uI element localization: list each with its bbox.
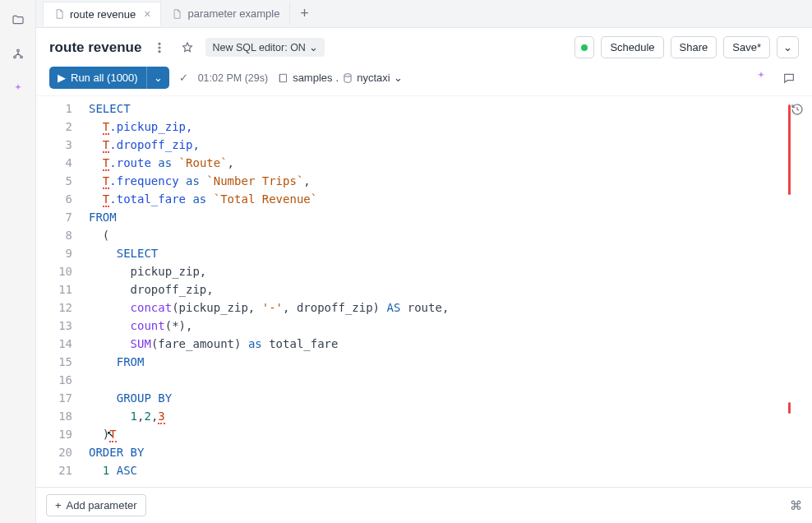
main-panel: route revenue × parameter example + rout…: [36, 0, 812, 523]
run-dropdown-caret[interactable]: ⌄: [146, 67, 169, 89]
keyboard-shortcut-icon[interactable]: ⌘: [790, 498, 802, 513]
toolbar-right: [754, 68, 799, 88]
tab-route-revenue[interactable]: route revenue ×: [43, 2, 161, 26]
history-icon[interactable]: [791, 103, 804, 118]
status-dot-icon: [581, 44, 588, 51]
tab-label: route revenue: [70, 8, 136, 21]
catalog-selector[interactable]: samples . nyctaxi ⌄: [278, 72, 403, 84]
chevron-down-icon: ⌄: [309, 41, 318, 53]
line-number: 20: [36, 443, 85, 461]
more-chevron-button[interactable]: ⌄: [777, 36, 799, 58]
book-icon: [278, 72, 289, 84]
ai-sparkle-icon[interactable]: [754, 70, 768, 86]
left-navigation-rail: [0, 0, 36, 523]
database-icon: [342, 72, 353, 84]
line-number: 15: [36, 353, 85, 371]
editor-footer: + Add parameter ⌘: [36, 487, 812, 523]
line-number: 11: [36, 280, 85, 299]
svg-point-0: [16, 49, 19, 52]
line-number: 8: [36, 226, 85, 244]
run-all-button[interactable]: ▶ Run all (1000) ⌄: [49, 67, 169, 89]
editor-header: route revenue New SQL editor: ON ⌄ Sched…: [36, 28, 812, 63]
line-number: 12: [36, 299, 85, 317]
ai-sparkle-icon[interactable]: [8, 79, 28, 99]
catalog-name: samples: [293, 72, 332, 84]
dot-separator: .: [336, 72, 339, 84]
file-icon: [171, 8, 182, 20]
star-icon[interactable]: [178, 38, 197, 58]
schema-icon[interactable]: [8, 44, 28, 64]
header-actions: Schedule Share Save* ⌄: [574, 36, 799, 58]
svg-point-1: [13, 56, 16, 58]
run-label: Run all (1000): [71, 72, 138, 84]
svg-point-5: [159, 50, 160, 52]
success-check-icon: ✓: [179, 72, 188, 84]
tab-label: parameter example: [187, 7, 279, 20]
add-tab-button[interactable]: +: [290, 0, 318, 27]
editor-mode-chip[interactable]: New SQL editor: ON ⌄: [205, 38, 324, 57]
line-number: 17: [36, 389, 85, 407]
comment-icon[interactable]: [779, 68, 799, 88]
chevron-down-icon: ⌄: [394, 72, 403, 84]
line-number: 2: [36, 118, 85, 136]
file-icon: [53, 8, 65, 20]
line-number: 21: [36, 461, 85, 479]
line-number: 5: [36, 172, 85, 190]
line-number: 3: [36, 136, 85, 154]
schedule-button[interactable]: Schedule: [601, 36, 663, 58]
code-editor[interactable]: 1SELECT 2 T.pickup_zip, 3 T.dropoff_zip,…: [36, 95, 812, 487]
folder-icon[interactable]: [8, 10, 28, 30]
line-number: 14: [36, 335, 85, 353]
add-parameter-label: Add parameter: [67, 499, 137, 511]
line-number: 13: [36, 317, 85, 335]
share-button[interactable]: Share: [671, 36, 717, 58]
page-title: route revenue: [49, 39, 141, 56]
line-number: 4: [36, 154, 85, 172]
svg-point-6: [344, 73, 351, 76]
line-number: 10: [36, 262, 85, 280]
line-number: 6: [36, 190, 85, 208]
line-number: 9: [36, 244, 85, 262]
run-toolbar: ▶ Run all (1000) ⌄ ✓ 01:02 PM (29s) samp…: [36, 63, 812, 95]
last-run-time: 01:02 PM (29s): [198, 72, 268, 84]
code-area[interactable]: 1SELECT 2 T.pickup_zip, 3 T.dropoff_zip,…: [36, 96, 812, 487]
close-icon[interactable]: ×: [144, 7, 150, 21]
chip-label: New SQL editor: ON: [212, 42, 305, 53]
add-parameter-button[interactable]: + Add parameter: [46, 494, 146, 516]
tab-bar: route revenue × parameter example +: [36, 0, 812, 28]
kebab-menu-icon[interactable]: [150, 38, 169, 58]
play-icon: ▶: [58, 72, 66, 84]
svg-point-4: [159, 47, 160, 49]
line-number: 18: [36, 407, 85, 425]
svg-point-3: [159, 43, 160, 44]
save-button[interactable]: Save*: [723, 36, 770, 58]
error-marker-icon: [788, 402, 791, 414]
line-number: 7: [36, 208, 85, 226]
tab-parameter-example[interactable]: parameter example: [161, 2, 290, 25]
schema-name: nyctaxi: [357, 72, 390, 84]
status-indicator[interactable]: [574, 36, 594, 58]
line-number: 16: [36, 371, 85, 389]
svg-point-2: [20, 56, 22, 58]
line-number: 19: [36, 425, 85, 443]
plus-icon: +: [55, 499, 62, 511]
line-number: 1: [36, 100, 85, 118]
